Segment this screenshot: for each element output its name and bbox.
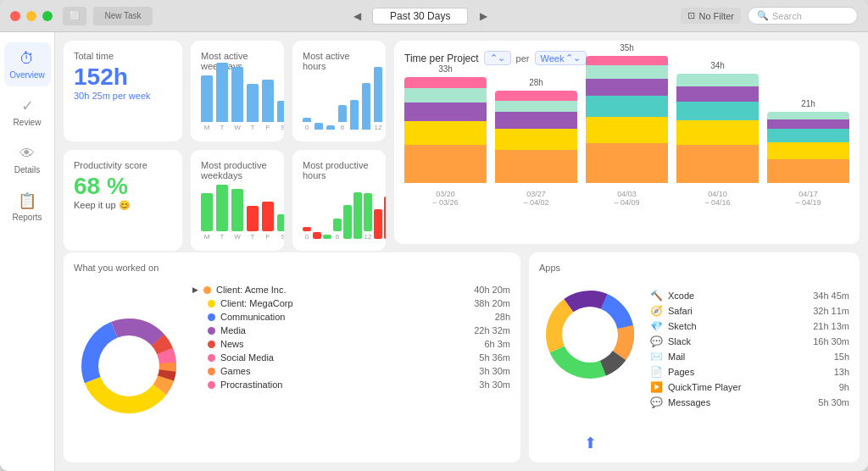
item-name: Games xyxy=(220,366,474,376)
stacked-column: 21h04/17 – 04/19 xyxy=(767,99,849,207)
sidebar-label-reports: Reports xyxy=(12,213,42,222)
stack-segment xyxy=(495,129,577,150)
total-time-title: Total time xyxy=(74,51,172,61)
column-date: 04/10 – 04/16 xyxy=(704,190,730,207)
bar-group xyxy=(353,192,362,241)
app-item: 📄Pages13h xyxy=(649,364,849,380)
productive-weekdays-title: Most productive weekdays xyxy=(201,160,274,180)
app-name: Messages xyxy=(668,397,813,407)
stacked-bars xyxy=(586,56,668,183)
close-button[interactable] xyxy=(10,11,20,21)
search-box[interactable]: 🔍 Search xyxy=(748,7,858,25)
stacked-bars xyxy=(495,91,577,183)
bar-label: S xyxy=(281,233,284,241)
positive-bar xyxy=(343,205,352,239)
app-name: Slack xyxy=(668,336,808,346)
app-name: Pages xyxy=(668,367,829,377)
productive-hours-title: Most productive hours xyxy=(303,160,376,180)
sidebar-toggle[interactable]: ⬜ xyxy=(63,7,86,25)
stack-segment xyxy=(586,143,668,183)
bar-group xyxy=(326,125,335,131)
expand-arrow[interactable]: ▶ xyxy=(192,285,198,294)
maximize-button[interactable] xyxy=(42,11,53,21)
active-hours-title: Most active hours xyxy=(303,51,376,71)
bar xyxy=(374,67,382,122)
bar-group xyxy=(343,205,352,241)
stack-segment xyxy=(676,120,759,145)
positive-bar xyxy=(216,185,228,231)
negative-bar xyxy=(313,232,321,239)
bar-label: F xyxy=(266,233,270,241)
main-layout: ⏱ Overview ✓ Review 👁 Details 📋 Reports xyxy=(0,32,868,471)
new-task-button[interactable]: New Task xyxy=(93,7,153,25)
stack-segment xyxy=(404,77,487,88)
bar-label: 0 xyxy=(305,124,309,131)
sidebar-item-overview[interactable]: ⏱ Overview xyxy=(4,42,51,86)
bar-group: T xyxy=(216,185,228,241)
bar-group: W xyxy=(231,189,243,241)
sidebar-item-reports[interactable]: 📋 Reports xyxy=(4,185,51,229)
column-value: 33h xyxy=(438,64,453,74)
bar-group: F xyxy=(262,202,274,241)
stack-segment xyxy=(586,117,668,143)
sidebar: ⏱ Overview ✓ Review 👁 Details 📋 Reports xyxy=(0,32,55,471)
next-period-button[interactable]: ▶ xyxy=(475,8,492,25)
minimize-button[interactable] xyxy=(26,11,36,21)
share-button[interactable]: ⬆ xyxy=(584,434,597,452)
bar-label: W xyxy=(234,124,241,131)
bar-group: S xyxy=(277,101,284,131)
bar-group: T xyxy=(247,206,259,241)
worked-item: Games3h 30m xyxy=(192,364,510,378)
bar-group: 0 xyxy=(303,118,311,131)
prev-period-button[interactable]: ◀ xyxy=(348,8,365,25)
app-time: 16h 30m xyxy=(813,336,849,346)
bar-label: M xyxy=(204,233,210,241)
app-name: Sketch xyxy=(668,321,808,331)
bar-group xyxy=(314,123,323,131)
sidebar-item-review[interactable]: ✓ Review xyxy=(4,90,51,134)
sidebar-item-details[interactable]: 👁 Details xyxy=(4,137,51,181)
app-icon: ✉️ xyxy=(649,351,663,363)
item-dot xyxy=(208,354,215,362)
bar-group: 6 xyxy=(333,219,342,241)
bar-label: T xyxy=(220,233,225,241)
reports-icon: 📋 xyxy=(18,191,36,210)
stack-segment xyxy=(495,91,577,100)
filter-button[interactable]: ⊡ No Filter xyxy=(681,8,741,24)
item-name: Procrastination xyxy=(220,380,474,390)
productive-weekdays-chart: MTWTFSS xyxy=(201,186,274,241)
worked-item: Procrastination3h 30m xyxy=(192,378,510,391)
apps-chart-svg xyxy=(543,288,637,381)
stacked-bars xyxy=(404,77,487,183)
bar-group: S xyxy=(277,214,284,241)
bar-label: 0 xyxy=(305,233,309,241)
period-label[interactable]: Past 30 Days xyxy=(372,8,468,25)
column-value: 21h xyxy=(801,99,815,108)
bar-group: 12 xyxy=(374,67,382,131)
worked-on-content: ▶Client: Acme Inc.40h 20mClient: MegaCor… xyxy=(74,280,510,452)
bar-group: M xyxy=(201,193,213,241)
item-time: 22h 32m xyxy=(474,325,510,335)
period-select[interactable]: Week ⌃⌄ xyxy=(535,51,587,65)
app-item: 💬Messages5h 30m xyxy=(649,395,849,410)
stack-segment xyxy=(495,101,577,112)
column-date: 03/20 – 03/26 xyxy=(432,190,458,207)
bar-group: 12 xyxy=(364,193,372,241)
worked-item: Social Media5h 36m xyxy=(192,351,510,364)
stack-segment xyxy=(676,86,759,102)
app-icon: ▶️ xyxy=(649,381,663,393)
positive-bar xyxy=(277,214,284,231)
app-icon: 📄 xyxy=(649,366,663,378)
app-item: 💬Slack16h 30m xyxy=(649,334,849,349)
stack-segment xyxy=(767,142,849,159)
item-dot xyxy=(208,381,215,389)
item-dot xyxy=(203,286,211,294)
bar xyxy=(314,123,323,130)
item-dot xyxy=(208,368,215,375)
project-select[interactable]: ⌃⌄ xyxy=(484,51,511,65)
time-per-project-panel: Time per Project ⌃⌄ per Week ⌃⌄ 33h03/20… xyxy=(394,41,860,244)
apps-content: ⬆ 🔨Xcode34h 45m🧭Safari32h 11m💎Sketch21h … xyxy=(539,288,849,452)
bar-group: 0 xyxy=(303,227,311,241)
item-dot xyxy=(208,313,215,321)
worked-item: Client: MegaCorp38h 20m xyxy=(192,296,510,310)
